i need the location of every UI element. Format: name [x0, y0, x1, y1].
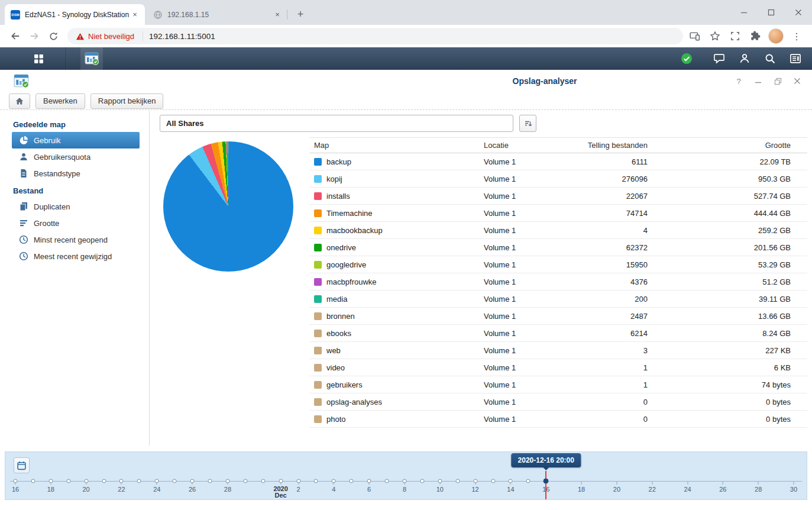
notifications-chat-icon[interactable]	[713, 53, 725, 64]
timeline-node[interactable]	[420, 479, 424, 483]
browser-tab-dsm[interactable]: DSM EdzNAS1 - Synology DiskStation ×	[5, 4, 145, 25]
timeline-node[interactable]	[279, 479, 283, 483]
table-row[interactable]: googledriveVolume 11595053.29 GB	[309, 256, 807, 273]
timeline-node[interactable]	[31, 479, 35, 483]
table-row[interactable]: opslag-analysesVolume 100 bytes	[309, 393, 807, 411]
user-account-icon[interactable]	[739, 53, 750, 64]
timeline-node[interactable]	[367, 479, 371, 483]
timeline-node[interactable]	[243, 479, 247, 483]
tab-close-icon[interactable]: ×	[272, 9, 283, 20]
timeline-node[interactable]	[261, 479, 265, 483]
table-row[interactable]: macbpfrouwkeVolume 1437651.2 GB	[309, 273, 807, 290]
timeline-node[interactable]	[155, 479, 159, 483]
timeline-node[interactable]	[48, 479, 53, 483]
timeline-node[interactable]	[526, 479, 530, 483]
new-tab-button[interactable]: +	[292, 6, 309, 22]
not-secure-warning-icon[interactable]	[76, 32, 85, 41]
sidebar-item-grootte[interactable]: Grootte	[12, 215, 140, 231]
column-header-locatie[interactable]: Locatie	[479, 141, 570, 150]
timeline-node[interactable]	[173, 479, 177, 483]
window-close-icon[interactable]	[785, 0, 812, 25]
table-row[interactable]: onedriveVolume 162372201.56 GB	[309, 239, 807, 256]
timeline-node[interactable]	[14, 479, 18, 483]
timeline-node[interactable]	[84, 479, 88, 483]
url-text[interactable]: 192.168.1.11:5001	[149, 32, 215, 41]
share-color-swatch	[314, 227, 322, 234]
sidebar-item-minst-recent-geopend[interactable]: Minst recent geopend	[12, 231, 140, 248]
calendar-button[interactable]	[14, 457, 30, 473]
timeline-node[interactable]	[225, 479, 229, 483]
timeline-node[interactable]	[402, 479, 406, 483]
taskbar-storage-analyzer-button[interactable]	[80, 47, 103, 70]
column-header-map[interactable]: Map	[309, 141, 479, 150]
timeline-node[interactable]	[66, 479, 70, 483]
column-header-telling[interactable]: Telling bestanden	[570, 141, 648, 150]
timeline-node[interactable]	[350, 479, 354, 483]
window-maximize-icon[interactable]	[758, 0, 785, 25]
main-menu-button[interactable]	[12, 47, 66, 70]
table-row[interactable]: photoVolume 100 bytes	[309, 411, 807, 428]
browser-tab-ip[interactable]: 192.168.1.15 ×	[147, 4, 287, 25]
timeline-node-selected[interactable]	[544, 479, 549, 484]
search-icon[interactable]	[764, 53, 776, 64]
sidebar-item-gebruikersquota[interactable]: Gebruikersquota	[12, 149, 140, 165]
sidebar-item-duplicaten[interactable]: Duplicaten	[12, 198, 140, 215]
devices-icon[interactable]	[688, 29, 702, 43]
table-row[interactable]: kopijVolume 1276096950.3 GB	[309, 170, 807, 188]
address-bar[interactable]: Niet beveiligd 192.168.1.11:5001	[67, 28, 683, 44]
extensions-puzzle-icon[interactable]	[748, 29, 762, 43]
forward-icon[interactable]	[26, 28, 43, 44]
timeline-node[interactable]	[190, 479, 195, 483]
timeline-node[interactable]	[509, 479, 513, 483]
fullscreen-icon[interactable]	[728, 29, 742, 43]
table-row[interactable]: TimemachineVolume 174714444.44 GB	[309, 205, 807, 222]
browser-menu-kebab-icon[interactable]: ⋮	[790, 29, 804, 43]
timeline-node[interactable]	[208, 479, 212, 483]
timeline-node[interactable]	[102, 479, 106, 483]
timeline-node[interactable]	[296, 479, 300, 483]
timeline-node[interactable]	[119, 479, 124, 483]
table-row[interactable]: installsVolume 122067527.74 GB	[309, 188, 807, 205]
table-row[interactable]: ebooksVolume 162148.24 GB	[309, 325, 807, 342]
screen: DSM EdzNAS1 - Synology DiskStation × 192…	[0, 0, 812, 510]
timeline-node[interactable]	[332, 479, 336, 483]
sort-button[interactable]	[519, 115, 536, 132]
timeline-node[interactable]	[455, 479, 460, 483]
cloud-sync-ok-icon[interactable]	[681, 53, 693, 64]
table-row[interactable]: mediaVolume 120039.11 GB	[309, 290, 807, 308]
help-icon[interactable]: ?	[735, 77, 743, 85]
table-row[interactable]: videoVolume 116 KB	[309, 359, 807, 376]
app-restore-icon[interactable]	[774, 77, 782, 85]
window-minimize-icon[interactable]	[730, 0, 758, 25]
calendar-icon	[17, 460, 27, 470]
table-row[interactable]: backupVolume 1611122.09 TB	[309, 153, 807, 170]
timeline-node[interactable]	[438, 479, 442, 483]
share-name-cell: macbpfrouwke	[309, 277, 479, 286]
app-close-icon[interactable]	[793, 77, 801, 85]
table-row[interactable]: macbookbackupVolume 14259.2 GB	[309, 222, 807, 239]
timeline-node[interactable]	[473, 479, 477, 483]
column-header-grootte[interactable]: Grootte	[648, 141, 807, 150]
table-row[interactable]: gebruikersVolume 1174 bytes	[309, 376, 807, 393]
security-label[interactable]: Niet beveiligd	[88, 32, 134, 41]
tab-close-icon[interactable]: ×	[130, 9, 140, 20]
timeline-node[interactable]	[137, 479, 141, 483]
reload-icon[interactable]	[45, 28, 62, 44]
timeline-node[interactable]	[314, 479, 318, 483]
sidebar-item-meest-recent-gewijzigd[interactable]: Meest recent gewijzigd	[12, 248, 140, 264]
view-report-button[interactable]: Rapport bekijken	[90, 93, 164, 109]
table-row[interactable]: webVolume 13227 KB	[309, 342, 807, 359]
timeline-node[interactable]	[491, 479, 495, 483]
back-icon[interactable]	[7, 28, 24, 44]
app-minimize-icon[interactable]	[754, 77, 762, 85]
sidebar-item-gebruik[interactable]: Gebruik	[12, 132, 140, 149]
share-selector-combobox[interactable]: All Shares	[160, 115, 513, 132]
table-row[interactable]: bronnenVolume 1248713.66 GB	[309, 308, 807, 325]
edit-button[interactable]: Bewerken	[35, 93, 85, 109]
sidebar-item-bestandstype[interactable]: Bestandstype	[12, 165, 140, 182]
bookmark-star-icon[interactable]	[708, 29, 722, 43]
profile-avatar[interactable]	[768, 28, 784, 44]
timeline-node[interactable]	[385, 479, 389, 483]
home-button[interactable]	[9, 93, 30, 109]
widgets-panel-icon[interactable]	[790, 53, 801, 64]
